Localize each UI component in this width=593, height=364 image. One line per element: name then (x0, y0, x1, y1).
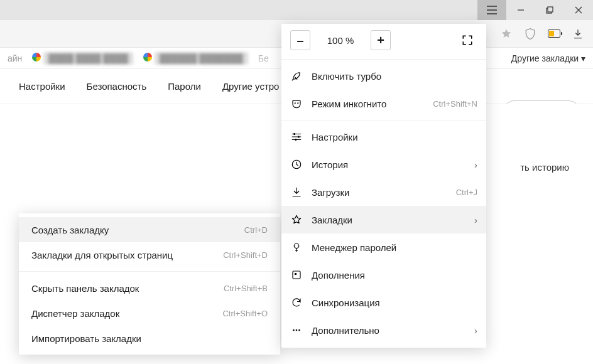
zoom-controls: – 100 % + (281, 24, 486, 56)
menu-item-label: Режим инкогнито (312, 99, 424, 109)
rocket-icon (290, 70, 303, 82)
menu-item-mask[interactable]: Режим инкогнитоCtrl+Shift+N (281, 90, 486, 117)
submenu-item-shortcut: Ctrl+Shift+O (222, 309, 268, 318)
svg-rect-1 (548, 7, 553, 12)
menu-item-label: Закладки (312, 215, 465, 225)
main-menu: – 100 % + Включить турбоРежим инкогнитоC… (281, 24, 486, 348)
nav-security[interactable]: Безопасность (87, 81, 147, 92)
menu-item-label: Настройки (312, 132, 477, 142)
downloads-icon[interactable] (572, 28, 584, 40)
menu-item-label: История (312, 159, 465, 170)
menu-item-label: Дополнительно (312, 325, 465, 336)
chevron-right-icon: › (474, 215, 477, 225)
svg-point-3 (297, 102, 298, 104)
star-icon (290, 214, 303, 225)
zoom-in-button[interactable]: + (371, 30, 391, 50)
menu-item-label: Включить турбо (312, 71, 477, 82)
titlebar (0, 0, 593, 20)
menu-item-key[interactable]: Менеджер паролей (281, 233, 486, 261)
hamburger-menu-button[interactable] (477, 0, 506, 20)
shield-icon[interactable] (524, 28, 536, 40)
close-button[interactable] (564, 0, 593, 20)
chevron-right-icon: › (474, 325, 477, 336)
menu-item-rocket[interactable]: Включить турбо (281, 62, 486, 90)
chevron-right-icon: › (474, 159, 477, 170)
submenu-item-shortcut: Ctrl+D (244, 225, 268, 235)
square-icon (290, 269, 303, 281)
menu-item-sync[interactable]: Синхронизация (281, 289, 486, 316)
submenu-item-label: Закладки для открытых страниц (31, 250, 223, 260)
svg-rect-4 (294, 133, 295, 135)
nav-settings[interactable]: Настройки (19, 81, 65, 92)
minimize-button[interactable] (506, 0, 535, 20)
svg-point-8 (294, 244, 299, 249)
svg-point-11 (293, 329, 295, 331)
submenu-item[interactable]: Импортировать закладки (19, 326, 280, 351)
svg-point-12 (296, 329, 298, 331)
menu-item-shortcut: Ctrl+Shift+N (433, 99, 477, 109)
bookmark-star-icon[interactable] (500, 28, 513, 40)
submenu-item[interactable]: Диспетчер закладокCtrl+Shift+O (19, 301, 280, 326)
menu-item-clock[interactable]: История› (281, 151, 486, 178)
download-icon (290, 186, 303, 198)
submenu-item[interactable]: Закладки для открытых страницCtrl+Shift+… (19, 242, 280, 267)
menu-item-label: Синхронизация (312, 297, 477, 308)
mask-icon (290, 98, 303, 109)
svg-rect-10 (295, 273, 296, 275)
menu-item-label: Загрузки (312, 187, 447, 198)
bookmark-fragment[interactable]: айн (8, 53, 22, 63)
submenu-item-label: Скрыть панель закладок (31, 283, 224, 294)
menu-item-download[interactable]: ЗагрузкиCtrl+J (281, 178, 486, 206)
sync-icon (290, 297, 303, 308)
clock-icon (290, 159, 303, 170)
submenu-item-shortcut: Ctrl+Shift+D (223, 250, 268, 260)
maximize-button[interactable] (535, 0, 564, 20)
clear-history-link[interactable]: ть историю (520, 162, 569, 173)
submenu-item[interactable]: Скрыть панель закладокCtrl+Shift+B (19, 276, 280, 301)
battery-icon (548, 29, 560, 38)
menu-item-sliders[interactable]: Настройки (281, 123, 486, 151)
menu-item-label: Менеджер паролей (312, 242, 477, 253)
zoom-level: 100 % (315, 35, 366, 46)
sliders-icon (290, 131, 303, 142)
svg-point-2 (295, 102, 296, 104)
submenu-item-shortcut: Ctrl+Shift+B (224, 284, 268, 293)
submenu-item-label: Импортировать закладки (31, 333, 268, 344)
menu-item-square[interactable]: Дополнения (281, 261, 486, 289)
nav-other-devices[interactable]: Другие устро (222, 81, 280, 92)
menu-item-star[interactable]: Закладки› (281, 206, 486, 233)
submenu-item-label: Создать закладку (31, 225, 244, 235)
bookmark-item[interactable]: ████ ████ ████ (32, 53, 133, 63)
nav-passwords[interactable]: Пароли (168, 81, 201, 92)
svg-point-13 (298, 329, 300, 331)
key-icon (290, 242, 303, 253)
menu-item-label: Дополнения (312, 270, 477, 281)
menu-item-dots[interactable]: Дополнительно› (281, 316, 486, 344)
zoom-out-button[interactable]: – (290, 30, 310, 50)
svg-rect-5 (298, 136, 299, 138)
other-bookmarks-button[interactable]: Другие закладки ▾ (511, 53, 585, 63)
submenu-item-label: Диспетчер закладок (31, 308, 222, 319)
fullscreen-button[interactable] (457, 30, 477, 50)
dots-icon (290, 324, 303, 336)
bookmark-item[interactable]: ██████ ███████ (143, 53, 248, 63)
svg-rect-6 (295, 139, 296, 141)
submenu-item[interactable]: Создать закладкуCtrl+D (19, 217, 280, 242)
menu-item-shortcut: Ctrl+J (456, 188, 477, 197)
bookmarks-submenu: Создать закладкуCtrl+DЗакладки для откры… (19, 213, 280, 355)
